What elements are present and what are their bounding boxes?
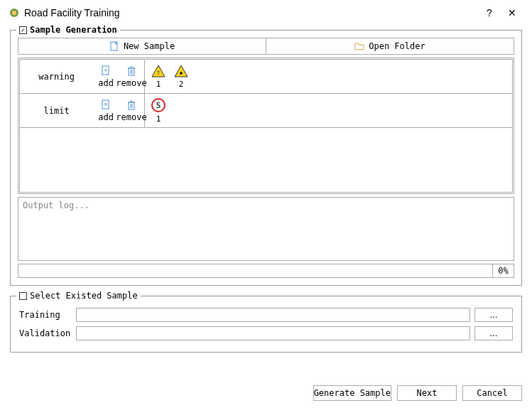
row-label: limit — [20, 106, 93, 116]
svg-point-11 — [180, 72, 183, 75]
open-folder-label: Open Folder — [369, 41, 425, 51]
new-file-icon — [109, 41, 119, 51]
remove-label: remove — [116, 112, 146, 122]
thumb-number: 1 — [156, 114, 161, 124]
row-label: warning — [20, 72, 93, 82]
new-sample-button[interactable]: New Sample — [18, 38, 266, 54]
warning-triangle-icon: T — [151, 64, 166, 78]
sample-generation-legend: ✓ Sample Generation — [16, 25, 120, 35]
next-button[interactable]: Next — [397, 385, 457, 401]
remove-label: remove — [116, 78, 146, 88]
generate-sample-button[interactable]: Generate Sample — [313, 385, 391, 401]
svg-rect-14 — [129, 102, 134, 109]
close-button[interactable]: ✕ — [501, 7, 523, 18]
validation-browse-button[interactable]: ... — [474, 326, 513, 340]
sample-toolbar: New Sample Open Folder — [18, 38, 514, 55]
thumb-number: 1 — [156, 80, 161, 89]
sample-generation-checkbox[interactable]: ✓ — [19, 26, 27, 34]
titlebar: Road Facility Training ? ✕ — [0, 0, 532, 26]
table-row: warning + add remove T 1 — [20, 60, 512, 94]
output-log[interactable]: Output log... — [18, 197, 514, 261]
open-folder-button[interactable]: Open Folder — [266, 38, 514, 54]
svg-text:+: + — [104, 67, 108, 73]
select-existed-group: Select Existed Sample Training ... Valid… — [10, 296, 522, 353]
training-input[interactable] — [76, 308, 470, 322]
new-sample-label: New Sample — [124, 41, 175, 51]
sample-thumb[interactable]: 2 — [173, 64, 189, 89]
select-existed-legend: Select Existed Sample — [16, 291, 141, 301]
warning-triangle-icon — [173, 64, 189, 78]
footer: Generate Sample Next Cancel — [313, 385, 522, 401]
training-label: Training — [19, 310, 72, 320]
progress-bar — [18, 264, 493, 278]
add-label: add — [98, 78, 114, 88]
help-button[interactable]: ? — [478, 7, 501, 18]
sample-thumb[interactable]: 5 1 — [151, 97, 166, 124]
validation-label: Validation — [19, 328, 72, 338]
app-icon — [9, 7, 20, 18]
remove-button[interactable]: remove — [119, 65, 144, 88]
table-row: limit + add remove 5 1 — [20, 94, 512, 128]
validation-input[interactable] — [76, 326, 470, 340]
limit-circle-icon: 5 — [151, 97, 166, 113]
add-button[interactable]: + add — [93, 65, 119, 88]
sample-generation-group: ✓ Sample Generation New Sample Open Fold… — [10, 30, 522, 286]
training-browse-button[interactable]: ... — [474, 308, 513, 322]
thumb-number: 2 — [179, 80, 184, 89]
select-existed-label: Select Existed Sample — [30, 291, 138, 301]
folder-icon — [354, 41, 364, 51]
remove-button[interactable]: remove — [119, 100, 144, 122]
sample-thumb[interactable]: T 1 — [151, 64, 166, 89]
window-title: Road Facility Training — [24, 7, 478, 18]
sample-table: warning + add remove T 1 — [18, 58, 514, 194]
sample-generation-label: Sample Generation — [30, 25, 117, 35]
add-button[interactable]: + add — [93, 100, 119, 122]
select-existed-checkbox[interactable] — [19, 292, 27, 300]
cancel-button[interactable]: Cancel — [462, 385, 522, 401]
add-label: add — [98, 112, 114, 122]
svg-rect-5 — [129, 68, 134, 75]
progress-value: 0% — [493, 264, 514, 278]
svg-text:5: 5 — [156, 101, 161, 110]
svg-point-1 — [12, 11, 16, 15]
svg-text:+: + — [104, 101, 108, 107]
